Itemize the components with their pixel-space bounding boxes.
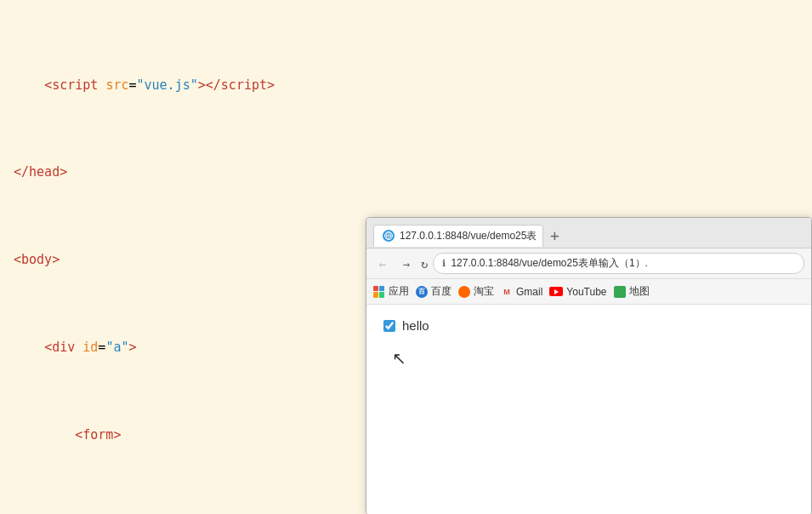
tab-globe-icon	[383, 230, 395, 242]
bookmark-apps-label: 应用	[389, 284, 409, 299]
cursor-icon: ↖	[392, 349, 406, 368]
map-icon	[614, 286, 626, 298]
gmail-icon: M	[501, 288, 513, 296]
code-line-1: <script src="vue.js"></script>	[0, 74, 812, 96]
tab-title: 127.0.0.1:8848/vue/demo25表	[400, 229, 537, 243]
browser-content: hello ↖	[366, 305, 811, 514]
taobao-icon	[458, 286, 470, 298]
demo-checkbox[interactable]	[383, 320, 395, 332]
browser-tab-bar: 127.0.0.1:8848/vue/demo25表 × +	[366, 218, 811, 248]
address-text: 127.0.0.1:8848/vue/demo25表单输入（1）.	[451, 256, 647, 271]
code-line-2: </head>	[0, 161, 812, 183]
bookmark-youtube[interactable]: YouTube	[549, 286, 606, 298]
apps-icon	[373, 286, 385, 298]
bookmark-taobao-label: 淘宝	[474, 284, 494, 299]
new-tab-button[interactable]: +	[550, 228, 559, 243]
back-button[interactable]: ←	[373, 257, 392, 271]
active-tab[interactable]: 127.0.0.1:8848/vue/demo25表 ×	[373, 225, 543, 247]
cursor-area: ↖	[383, 350, 794, 367]
bookmark-youtube-label: YouTube	[566, 286, 606, 298]
browser-window: 127.0.0.1:8848/vue/demo25表 × + ← → ↻ ℹ 1…	[366, 217, 812, 514]
forward-button[interactable]: →	[397, 257, 416, 271]
demo-checkbox-row: hello	[383, 318, 794, 333]
demo-checkbox-label: hello	[402, 318, 429, 333]
refresh-button[interactable]: ↻	[421, 257, 428, 271]
bookmark-apps[interactable]: 应用	[373, 284, 409, 299]
bookmark-map-label: 地图	[629, 284, 650, 299]
bookmark-gmail-label: Gmail	[516, 286, 542, 298]
bookmark-map[interactable]: 地图	[614, 284, 650, 299]
baidu-icon: 百	[416, 286, 428, 298]
address-lock-icon: ℹ	[442, 258, 446, 269]
youtube-icon	[549, 287, 563, 296]
bookmark-taobao[interactable]: 淘宝	[458, 284, 494, 299]
bookmark-gmail[interactable]: M Gmail	[501, 286, 542, 298]
bookmark-baidu-label: 百度	[431, 284, 451, 299]
bookmark-baidu[interactable]: 百 百度	[416, 284, 451, 299]
bookmarks-bar: 应用 百 百度 淘宝 M Gmail YouTube 地图	[366, 279, 811, 305]
browser-toolbar: ← → ↻ ℹ 127.0.0.1:8848/vue/demo25表单输入（1）…	[366, 248, 811, 279]
address-bar[interactable]: ℹ 127.0.0.1:8848/vue/demo25表单输入（1）.	[433, 253, 804, 274]
